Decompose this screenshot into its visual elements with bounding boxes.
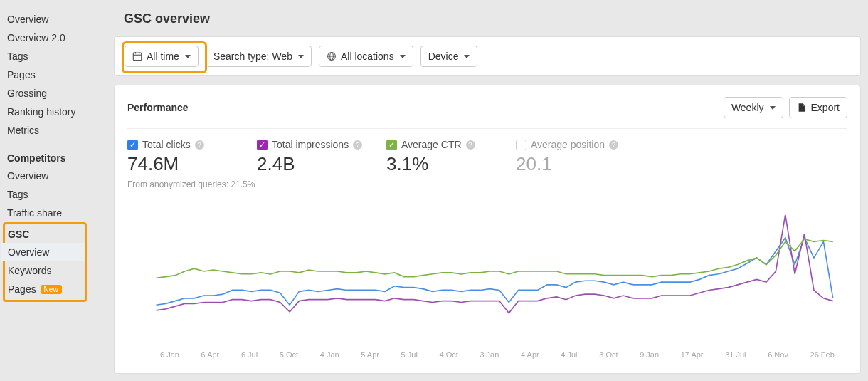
metrics-row: ✓ Total clicks ? 74.6M ✓ Total impressio… bbox=[127, 139, 847, 175]
performance-panel: Performance Weekly Export ✓ Total clicks… bbox=[114, 85, 861, 374]
filter-locations[interactable]: All locations bbox=[319, 46, 413, 67]
x-tick-label: 9 Jan bbox=[640, 350, 659, 359]
x-tick-label: 6 Jul bbox=[241, 350, 258, 359]
sidebar-item-pages[interactable]: Pages bbox=[7, 66, 107, 84]
main: GSC overview All time Search type: Web A… bbox=[107, 0, 868, 381]
new-badge: New bbox=[41, 285, 62, 294]
file-icon bbox=[797, 103, 807, 113]
sidebar-gsc-highlight: GSC Overview Keywords Pages New bbox=[3, 222, 87, 302]
filter-device[interactable]: Device bbox=[420, 46, 478, 67]
sidebar-item-comp-tags[interactable]: Tags bbox=[7, 185, 107, 204]
chart-series-line bbox=[156, 239, 832, 278]
metric-impressions[interactable]: ✓ Total impressions ? 2.4B bbox=[257, 139, 386, 175]
x-tick-label: 17 Apr bbox=[681, 350, 704, 359]
svg-rect-0 bbox=[133, 53, 141, 61]
filters-bar: All time Search type: Web All locations … bbox=[114, 36, 861, 76]
chevron-down-icon bbox=[400, 55, 406, 58]
x-tick-label: 4 Jul bbox=[561, 350, 577, 359]
sidebar-item-overview-2[interactable]: Overview 2.0 bbox=[7, 28, 107, 47]
info-icon[interactable]: ? bbox=[353, 140, 362, 150]
x-tick-label: 6 Nov bbox=[768, 350, 788, 359]
export-button[interactable]: Export bbox=[789, 97, 847, 118]
info-icon[interactable]: ? bbox=[466, 140, 475, 150]
x-tick-label: 3 Oct bbox=[599, 350, 618, 359]
calendar-icon bbox=[132, 51, 142, 61]
sidebar-item-grossing[interactable]: Grossing bbox=[7, 84, 107, 103]
sidebar-item-comp-overview[interactable]: Overview bbox=[7, 167, 107, 185]
chart-x-axis: 6 Jan6 Apr6 Jul5 Oct4 Jan5 Apr5 Jul4 Oct… bbox=[127, 346, 847, 359]
page-title: GSC overview bbox=[124, 11, 861, 26]
x-tick-label: 6 Jan bbox=[160, 350, 179, 359]
anonymized-note: From anonymized queries: 21.5% bbox=[127, 179, 847, 189]
sidebar: Overview Overview 2.0 Tags Pages Grossin… bbox=[0, 0, 107, 381]
sidebar-item-overview[interactable]: Overview bbox=[7, 10, 107, 28]
x-tick-label: 4 Oct bbox=[440, 350, 458, 359]
x-tick-label: 5 Apr bbox=[361, 350, 379, 359]
metric-clicks-value: 74.6M bbox=[127, 153, 257, 175]
metric-position-value: 20.1 bbox=[516, 153, 645, 175]
x-tick-label: 31 Jul bbox=[725, 350, 746, 359]
checkbox-clicks[interactable]: ✓ bbox=[127, 140, 138, 150]
info-icon[interactable]: ? bbox=[609, 140, 618, 150]
chevron-down-icon bbox=[298, 55, 304, 58]
sidebar-section-competitors: Competitors bbox=[7, 140, 107, 167]
x-tick-label: 4 Apr bbox=[521, 350, 539, 359]
sidebar-item-gsc-keywords[interactable]: Keywords bbox=[8, 261, 85, 280]
metric-impressions-value: 2.4B bbox=[257, 153, 386, 175]
metric-position[interactable]: Average position ? 20.1 bbox=[516, 139, 645, 175]
x-tick-label: 26 Feb bbox=[810, 350, 835, 359]
x-tick-label: 5 Jul bbox=[401, 350, 418, 359]
filter-time[interactable]: All time bbox=[125, 46, 199, 67]
chart-series-line bbox=[156, 215, 832, 313]
x-tick-label: 4 Jan bbox=[320, 350, 339, 359]
chevron-down-icon bbox=[464, 55, 470, 58]
checkbox-position[interactable] bbox=[516, 140, 526, 150]
x-tick-label: 6 Apr bbox=[201, 350, 220, 359]
sidebar-item-ranking-history[interactable]: Ranking history bbox=[7, 103, 107, 121]
checkbox-impressions[interactable]: ✓ bbox=[257, 140, 268, 150]
info-icon[interactable]: ? bbox=[195, 140, 204, 150]
granularity-select[interactable]: Weekly bbox=[724, 97, 783, 118]
sidebar-item-metrics[interactable]: Metrics bbox=[7, 121, 107, 140]
filter-search-type[interactable]: Search type: Web bbox=[206, 46, 312, 67]
sidebar-item-comp-traffic-share[interactable]: Traffic share bbox=[7, 204, 107, 222]
metric-ctr-value: 3.1% bbox=[386, 153, 516, 175]
panel-title: Performance bbox=[127, 102, 189, 113]
performance-chart[interactable]: 6 Jan6 Apr6 Jul5 Oct4 Jan5 Apr5 Jul4 Oct… bbox=[127, 197, 847, 367]
checkbox-ctr[interactable]: ✓ bbox=[386, 140, 397, 150]
x-tick-label: 5 Oct bbox=[280, 350, 298, 359]
sidebar-item-tags[interactable]: Tags bbox=[7, 47, 107, 66]
metric-ctr[interactable]: ✓ Average CTR ? 3.1% bbox=[386, 139, 516, 175]
chevron-down-icon bbox=[185, 55, 191, 58]
chevron-down-icon bbox=[770, 106, 776, 110]
x-tick-label: 3 Jan bbox=[480, 350, 499, 359]
metric-clicks[interactable]: ✓ Total clicks ? 74.6M bbox=[127, 139, 257, 175]
sidebar-item-gsc-overview[interactable]: Overview bbox=[1, 243, 85, 261]
sidebar-item-gsc-pages[interactable]: Pages New bbox=[8, 280, 85, 298]
sidebar-section-gsc: GSC bbox=[8, 226, 85, 243]
globe-icon bbox=[327, 51, 337, 61]
